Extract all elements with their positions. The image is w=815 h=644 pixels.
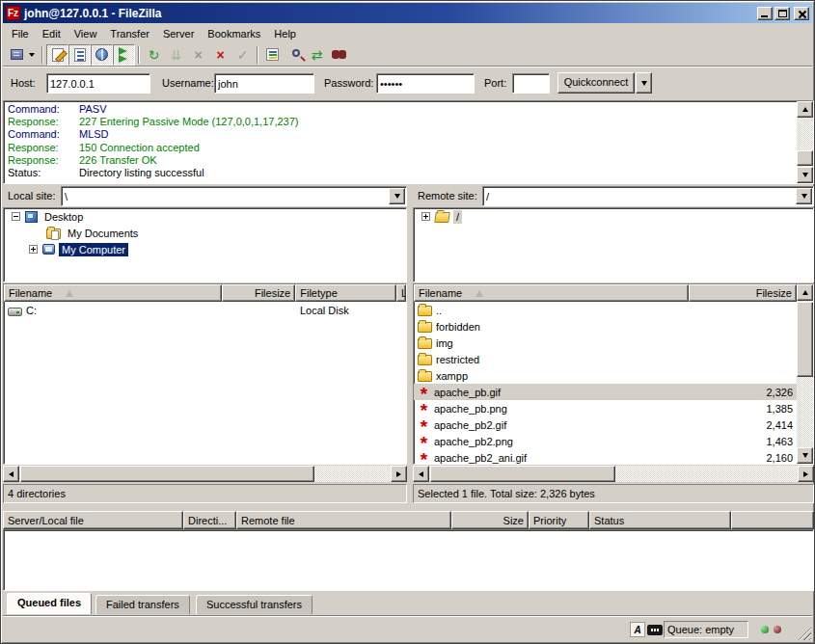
menu-transfer[interactable]: Transfer: [103, 26, 156, 41]
log-scrollbar[interactable]: [797, 101, 813, 183]
quickconnect-button[interactable]: Quickconnect: [557, 72, 635, 94]
scroll-right-button[interactable]: [798, 466, 814, 482]
column-header-priority[interactable]: Priority: [529, 511, 589, 529]
synchronized-browsing-button[interactable]: ⇄: [306, 44, 328, 66]
queue-list[interactable]: [3, 529, 814, 591]
password-input[interactable]: [376, 73, 475, 94]
file-row[interactable]: apache_pb.png1,385: [414, 400, 797, 416]
file-row[interactable]: apache_pb2_ani.gif2,160: [414, 449, 797, 465]
quickconnect-dropdown-button[interactable]: [636, 72, 652, 94]
column-header-filename[interactable]: Filename: [414, 284, 689, 302]
menu-help[interactable]: Help: [267, 26, 303, 41]
toggle-local-tree-button[interactable]: [68, 44, 91, 66]
tree-item-desktop[interactable]: Desktop: [4, 208, 406, 225]
tree-item-root[interactable]: /: [414, 208, 813, 225]
directory-comparison-button[interactable]: [284, 44, 306, 66]
column-header-status[interactable]: Status: [589, 511, 731, 529]
local-list-hscrollbar[interactable]: [3, 466, 407, 482]
arrow-up-icon: [802, 290, 808, 295]
tab-queued-files[interactable]: Queued files: [7, 593, 92, 614]
column-header-filesize[interactable]: Filesize: [689, 284, 797, 302]
disconnect-button[interactable]: ×: [209, 44, 231, 66]
local-file-list[interactable]: Filename Filesize Filetype L C: Local Di…: [3, 283, 407, 465]
tree-item-my-computer[interactable]: My Computer: [4, 241, 406, 257]
menu-view[interactable]: View: [68, 26, 104, 41]
scrollbar-thumb[interactable]: [797, 302, 813, 377]
local-site-combo-button[interactable]: [389, 188, 405, 204]
tab-successful-transfers[interactable]: Successful transfers: [196, 595, 312, 614]
file-row[interactable]: apache_pb2.png1,463: [414, 433, 797, 449]
expand-icon[interactable]: [29, 245, 38, 254]
scroll-down-button[interactable]: [797, 447, 813, 464]
refresh-button[interactable]: ↻: [143, 44, 165, 66]
remote-directory-tree[interactable]: /: [413, 207, 814, 282]
close-button[interactable]: [794, 7, 809, 20]
remote-site-combo[interactable]: /: [482, 186, 814, 206]
menu-file[interactable]: File: [5, 26, 36, 41]
directory-listing-filters-button[interactable]: [261, 44, 284, 66]
expand-icon[interactable]: [421, 212, 430, 221]
menu-edit[interactable]: Edit: [36, 26, 68, 41]
scroll-up-button[interactable]: [797, 101, 813, 118]
column-header-last-modified[interactable]: L: [396, 284, 406, 302]
toggle-transfer-queue-button[interactable]: [113, 44, 135, 66]
reconnect-button[interactable]: ✓: [231, 44, 254, 66]
find-files-button[interactable]: [328, 44, 350, 66]
file-row-selected[interactable]: apache_pb.gif2,326: [414, 384, 797, 400]
port-input[interactable]: [512, 73, 550, 94]
file-row[interactable]: restricted: [414, 351, 797, 367]
column-header-filesize[interactable]: Filesize: [222, 284, 295, 302]
column-header-size[interactable]: Size: [451, 511, 529, 529]
collapse-icon[interactable]: [12, 212, 20, 221]
folder-icon: [418, 355, 432, 365]
remote-site-combo-button[interactable]: [796, 188, 812, 204]
toggle-remote-tree-button[interactable]: [91, 44, 113, 66]
file-row-c-drive[interactable]: C: Local Disk: [4, 302, 406, 318]
scroll-left-button[interactable]: [3, 466, 19, 482]
resize-grip[interactable]: [798, 627, 811, 640]
remote-list-hscrollbar[interactable]: [413, 466, 814, 482]
local-directory-tree[interactable]: Desktop My Documents My Computer: [3, 207, 407, 282]
site-manager-button[interactable]: [6, 44, 28, 66]
remote-list-scrollbar[interactable]: [797, 284, 813, 464]
local-tree-icon: [74, 48, 86, 62]
arrow-left-icon: [9, 471, 14, 477]
menu-server[interactable]: Server: [156, 26, 201, 41]
toggle-message-log-button[interactable]: [46, 44, 68, 66]
log-line: Response:150 Connection accepted: [8, 142, 794, 154]
minimize-button[interactable]: [757, 7, 773, 20]
scroll-up-button[interactable]: [797, 284, 813, 301]
file-row[interactable]: ..: [414, 302, 797, 318]
scroll-down-button[interactable]: [797, 167, 813, 183]
data-type-indicator-icon[interactable]: A: [630, 622, 645, 637]
process-queue-button[interactable]: ⇊: [165, 44, 187, 66]
column-header-filename[interactable]: Filename: [4, 284, 222, 302]
scrollbar-thumb[interactable]: [20, 466, 314, 482]
cancel-operation-button[interactable]: ×: [187, 44, 209, 66]
column-header-direction[interactable]: Directi...: [183, 511, 236, 529]
scroll-right-button[interactable]: [391, 466, 407, 482]
tab-failed-transfers[interactable]: Failed transfers: [95, 595, 190, 614]
column-header-filetype[interactable]: Filetype: [295, 284, 396, 302]
scrollbar-thumb[interactable]: [430, 466, 615, 482]
local-site-combo[interactable]: \: [61, 186, 407, 206]
file-row[interactable]: forbidden: [414, 318, 797, 335]
scroll-left-button[interactable]: [413, 466, 429, 482]
speed-limits-icon[interactable]: [647, 625, 663, 635]
tree-item-my-documents[interactable]: My Documents: [4, 225, 406, 241]
username-input[interactable]: [214, 73, 314, 94]
site-manager-dropdown-arrow-icon[interactable]: [29, 53, 35, 57]
menu-bookmarks[interactable]: Bookmarks: [201, 26, 267, 41]
host-label: Host:: [11, 77, 36, 89]
host-input[interactable]: [46, 73, 150, 94]
maximize-button[interactable]: [774, 7, 790, 20]
file-row[interactable]: apache_pb2.gif2,414: [414, 416, 797, 433]
file-row[interactable]: xampp: [414, 367, 797, 384]
file-row[interactable]: img: [414, 335, 797, 351]
scrollbar-thumb[interactable]: [797, 150, 813, 166]
column-header-server-local-file[interactable]: Server/Local file: [3, 511, 183, 529]
title-bar[interactable]: Fz john@127.0.0.1 - FileZilla: [3, 3, 812, 23]
message-log[interactable]: Command:PASV Response:227 Entering Passi…: [3, 100, 814, 184]
column-header-remote-file[interactable]: Remote file: [236, 511, 451, 529]
remote-file-list[interactable]: Filename Filesize .. forbidden img restr…: [413, 283, 814, 465]
